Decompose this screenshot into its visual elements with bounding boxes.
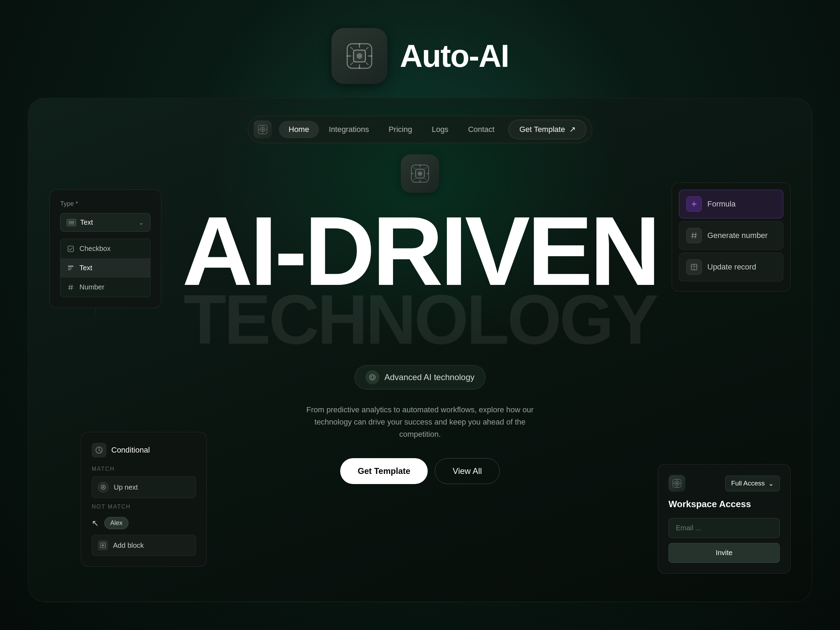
nav-item-integrations[interactable]: Integrations xyxy=(319,121,379,138)
dropdown-label-checkbox: Checkbox xyxy=(79,245,111,253)
svg-line-35 xyxy=(69,285,70,290)
workspace-header: Full Access ⌄ xyxy=(668,475,780,492)
workspace-title: Workspace Access xyxy=(668,499,780,510)
brand-container: Auto-AI xyxy=(332,28,509,84)
invite-button[interactable]: Invite xyxy=(668,543,780,563)
dropdown-label-number: Number xyxy=(79,283,104,291)
workspace-logo-icon xyxy=(672,478,682,488)
svg-rect-30 xyxy=(371,376,374,379)
main-card: Home Integrations Pricing Logs Contact G… xyxy=(28,98,812,602)
nav-item-home[interactable]: Home xyxy=(279,121,319,138)
text-icon xyxy=(67,264,74,272)
not-match-label: NOT MATCH xyxy=(92,504,196,510)
top-brand-section: Auto-AI xyxy=(0,0,840,112)
workspace-card: Full Access ⌄ Workspace Access Invite xyxy=(658,464,791,574)
type-selector-card: Type * Text ⌄ Checkbox xyxy=(49,189,161,308)
nav-cta-label: Get Template xyxy=(519,125,565,134)
nav-logo-icon xyxy=(257,124,268,135)
generate-number-icon xyxy=(686,228,702,243)
conditional-title: Conditional xyxy=(111,445,150,455)
access-label: Full Access xyxy=(731,480,765,487)
hero-content: AI-DRIVEN TECHNOLOGY Advanced AI technol… xyxy=(175,154,665,484)
dropdown-label-text: Text xyxy=(79,264,92,272)
conditional-card: Conditional MATCH Up next NOT MATCH ↖ Al… xyxy=(81,432,207,567)
formula-item-generate[interactable]: Generate number xyxy=(679,221,783,250)
svg-rect-32 xyxy=(68,266,74,267)
nav-item-pricing[interactable]: Pricing xyxy=(379,121,422,138)
dropdown-item-number[interactable]: Number xyxy=(60,278,150,297)
svg-line-36 xyxy=(71,285,72,290)
svg-point-2 xyxy=(357,53,362,59)
formula-item-formula[interactable]: Formula xyxy=(679,190,783,218)
not-match-section: NOT MATCH ↖ Alex Add block xyxy=(92,504,196,556)
svg-point-58 xyxy=(676,482,678,485)
badge-text: Advanced AI technology xyxy=(384,373,475,382)
svg-line-10 xyxy=(366,62,368,65)
workspace-logo xyxy=(668,475,685,492)
nav-item-contact[interactable]: Contact xyxy=(458,121,504,138)
nav-cta-icon: ↗ xyxy=(569,125,575,134)
select-text-icon xyxy=(67,219,76,226)
alex-badge: Alex xyxy=(104,517,128,529)
svg-line-9 xyxy=(351,62,353,65)
type-dropdown-menu: Checkbox Text xyxy=(60,239,150,297)
add-block-icon xyxy=(98,540,108,551)
badge-icon xyxy=(365,370,379,384)
match-item: Up next xyxy=(92,476,196,498)
svg-line-25 xyxy=(414,167,415,169)
view-all-button[interactable]: View All xyxy=(435,458,500,484)
cursor-icon: ↖ xyxy=(92,518,99,528)
svg-rect-34 xyxy=(68,269,71,270)
svg-point-43 xyxy=(103,486,104,488)
match-item-icon xyxy=(98,482,109,493)
svg-line-27 xyxy=(414,178,415,180)
update-record-icon xyxy=(686,259,702,275)
get-template-button[interactable]: Get Template xyxy=(340,458,428,484)
dropdown-chevron-icon: ⌄ xyxy=(139,219,144,226)
conditional-icon xyxy=(92,443,106,458)
dropdown-item-text[interactable]: Text xyxy=(60,258,150,278)
hero-logo xyxy=(401,154,439,193)
access-chevron-icon: ⌄ xyxy=(768,480,774,488)
match-item-text: Up next xyxy=(114,483,138,491)
type-select-box[interactable]: Text ⌄ xyxy=(60,213,150,232)
add-block-item[interactable]: Add block xyxy=(92,535,196,556)
svg-line-26 xyxy=(425,167,426,169)
conditional-header: Conditional xyxy=(92,443,196,458)
match-label: MATCH xyxy=(92,466,196,472)
hero-badge: Advanced AI technology xyxy=(355,365,485,390)
svg-line-7 xyxy=(351,47,353,50)
email-input[interactable] xyxy=(668,518,780,538)
hero-description: From predictive analytics to automated w… xyxy=(297,404,543,441)
formula-item-update[interactable]: Update record xyxy=(679,253,783,281)
navbar: Home Integrations Pricing Logs Contact G… xyxy=(248,116,592,143)
formula-icon xyxy=(686,196,702,212)
nav-logo xyxy=(254,120,272,139)
selected-type: Text xyxy=(80,218,93,226)
brand-logo xyxy=(332,28,387,84)
brand-logo-icon xyxy=(344,40,375,72)
svg-line-28 xyxy=(425,178,426,180)
nav-cta-button[interactable]: Get Template ↗ xyxy=(508,120,586,139)
access-dropdown[interactable]: Full Access ⌄ xyxy=(725,476,780,491)
svg-point-29 xyxy=(369,374,375,380)
hero-title-sub: TECHNOLOGY xyxy=(175,288,665,351)
dropdown-item-checkbox[interactable]: Checkbox xyxy=(60,239,150,258)
svg-point-13 xyxy=(262,128,264,131)
update-record-label: Update record xyxy=(707,262,756,272)
svg-point-20 xyxy=(418,172,422,176)
add-block-label: Add block xyxy=(113,542,144,549)
nav-item-logs[interactable]: Logs xyxy=(422,121,458,138)
number-icon xyxy=(67,284,74,291)
checkbox-icon xyxy=(67,245,74,253)
brand-title: Auto-AI xyxy=(400,38,509,74)
generate-number-label: Generate number xyxy=(707,231,767,240)
svg-line-8 xyxy=(366,47,368,50)
type-label: Type * xyxy=(60,200,150,208)
select-box-inner: Text xyxy=(67,218,93,226)
hero-logo-icon xyxy=(409,163,431,184)
svg-line-41 xyxy=(99,450,101,452)
svg-line-49 xyxy=(692,233,693,238)
hero-buttons: Get Template View All xyxy=(175,458,665,484)
formula-card: Formula Generate number Upd xyxy=(672,182,791,292)
